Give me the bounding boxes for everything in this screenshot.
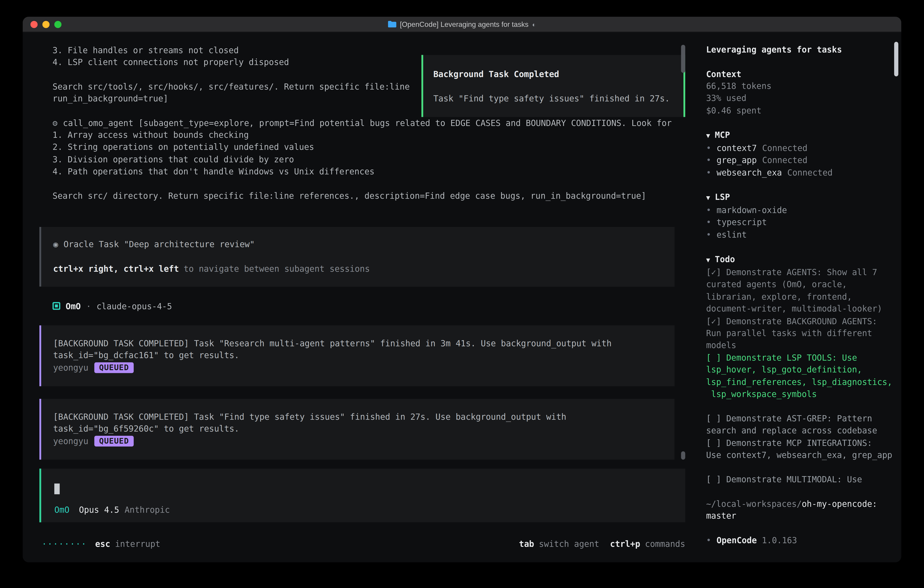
subagent-nav-hint: ctrl+x right, ctrl+x leftto navigate bet… bbox=[53, 263, 663, 275]
todo-item-done: [✓] Demonstrate BACKGROUND AGENTS: Run p… bbox=[706, 315, 894, 352]
task-completed-card: [BACKGROUND TASK COMPLETED] Task "Resear… bbox=[40, 325, 674, 386]
context-header: Context bbox=[706, 68, 894, 80]
bullet-icon: • bbox=[706, 218, 711, 227]
mcp-item: •grep_appConnected bbox=[706, 154, 894, 167]
separator-dot: · bbox=[86, 300, 91, 312]
chevron-down-icon: ▼ bbox=[706, 132, 710, 139]
context-spent: $0.46 spent bbox=[706, 104, 894, 117]
input-meta: OmO Opus 4.5 Anthropic bbox=[54, 504, 170, 516]
agent-model: claude-opus-4-5 bbox=[97, 300, 172, 312]
mcp-section-header[interactable]: ▼MCP bbox=[706, 129, 894, 142]
agent-icon bbox=[53, 302, 60, 310]
todo-item-active: [ ] Demonstrate LSP TOOLS: Use lsp_hover… bbox=[706, 352, 894, 400]
task-completed-card: [BACKGROUND TASK COMPLETED] Task "Find t… bbox=[40, 399, 674, 460]
tool-call-line: ⚙call_omo_agent [subagent_type=explore, … bbox=[53, 117, 672, 129]
lsp-item: •eslint bbox=[706, 228, 894, 241]
spinner-dots: ········ bbox=[42, 538, 87, 550]
input-agent-name: OmO bbox=[54, 504, 69, 516]
todo-item-pending: [ ] Demonstrate MCP INTEGRATIONS: Use co… bbox=[706, 437, 894, 461]
mcp-item: •websearch_exaConnected bbox=[706, 167, 894, 179]
context-used: 33% used bbox=[706, 92, 894, 104]
esc-key-label: interrupt bbox=[115, 538, 160, 550]
bullet-icon: • bbox=[706, 143, 711, 153]
terminal-main[interactable]: 3. File handles or streams not closed 4.… bbox=[23, 32, 697, 562]
bullet-icon: • bbox=[706, 205, 711, 215]
chevron-down-icon: ▼ bbox=[706, 194, 710, 202]
tool-call-args: 1. Array access without bounds checking … bbox=[53, 129, 672, 178]
context-tokens: 66,518 tokens bbox=[706, 80, 894, 92]
tab-key-label: switch agent bbox=[539, 538, 599, 550]
queued-badge: QUEUED bbox=[94, 436, 134, 447]
minimize-button[interactable] bbox=[42, 21, 50, 28]
task-author: yeongyu bbox=[53, 362, 88, 374]
gear-icon: ⚙ bbox=[53, 118, 58, 127]
folder-icon bbox=[388, 21, 396, 28]
esc-key-hint: esc bbox=[95, 538, 110, 550]
oracle-task-panel: ◉Oracle Task "Deep architecture review" … bbox=[40, 227, 674, 287]
sidebar-scrollbar-thumb[interactable] bbox=[894, 42, 898, 76]
bullet-icon: • bbox=[706, 230, 711, 239]
terminal-output-top: 3. File handles or streams not closed 4.… bbox=[53, 44, 410, 105]
agent-header: OmO · claude-opus-4-5 bbox=[53, 300, 172, 312]
toast-title: Background Task Completed bbox=[433, 68, 673, 80]
workspace-branch: master bbox=[706, 510, 894, 522]
main-scrollbar-thumb-bottom[interactable] bbox=[681, 451, 685, 460]
opencode-window: [OpenCode] Leveraging agents for tasks ◐… bbox=[23, 17, 901, 563]
todo-item-pending: [ ] Demonstrate MULTIMODAL: Use bbox=[706, 473, 894, 486]
task-message-line1: [BACKGROUND TASK COMPLETED] Task "Find t… bbox=[53, 411, 663, 423]
todo-item-pending: [ ] Demonstrate AST-GREP: Pattern search… bbox=[706, 413, 894, 437]
window-title-text: [OpenCode] Leveraging agents for tasks bbox=[400, 20, 529, 28]
titlebar: [OpenCode] Leveraging agents for tasks ◐ bbox=[23, 17, 901, 32]
input-model-name: Opus 4.5 bbox=[79, 504, 119, 516]
queued-badge: QUEUED bbox=[94, 362, 134, 373]
workspace-path: ~/local-workspaces/oh-my-opencode: bbox=[706, 498, 894, 510]
tool-call-text: call_omo_agent [subagent_type=explore, p… bbox=[63, 118, 672, 127]
oracle-task-title: ◉Oracle Task "Deep architecture review" bbox=[53, 238, 663, 250]
window-title: [OpenCode] Leveraging agents for tasks ◐ bbox=[388, 20, 536, 28]
sidebar: Leveraging agents for tasks Context 66,5… bbox=[697, 32, 901, 562]
tool-call-tail: Search src/ directory. Return specific f… bbox=[53, 190, 672, 202]
screen: [OpenCode] Leveraging agents for tasks ◐… bbox=[0, 0, 924, 588]
chevron-down-icon: ▼ bbox=[706, 256, 710, 264]
text-cursor bbox=[54, 483, 60, 494]
lsp-item: •typescript bbox=[706, 216, 894, 229]
todo-item-done: [✓] Demonstrate AGENTS: Show all 7 curat… bbox=[706, 266, 894, 315]
terminal-output-mid: ⚙call_omo_agent [subagent_type=explore, … bbox=[53, 117, 672, 202]
bullet-icon: • bbox=[706, 168, 711, 177]
zoom-button[interactable] bbox=[54, 21, 62, 28]
prompt-input[interactable]: OmO Opus 4.5 Anthropic bbox=[40, 469, 685, 522]
record-icon: ◉ bbox=[53, 239, 58, 249]
lsp-section-header[interactable]: ▼LSP bbox=[706, 191, 894, 204]
ctrlp-key-hint: ctrl+p bbox=[610, 538, 640, 550]
status-bar: ········ esc interrupt tab switch agent … bbox=[42, 538, 685, 550]
toast-body: Task "Find type safety issues" finished … bbox=[433, 92, 673, 105]
todo-section-header[interactable]: ▼Todo bbox=[706, 253, 894, 266]
mcp-item: •context7Connected bbox=[706, 142, 894, 154]
lsp-item: •markdown-oxide bbox=[706, 204, 894, 216]
background-task-toast[interactable]: Background Task Completed Task "Find typ… bbox=[421, 55, 685, 117]
app-version: •OpenCode 1.0.163 bbox=[706, 534, 894, 547]
half-moon-icon: ◐ bbox=[532, 21, 536, 28]
task-author: yeongyu bbox=[53, 435, 88, 447]
agent-name: OmO bbox=[66, 300, 81, 312]
tab-key-hint: tab bbox=[519, 538, 534, 550]
traffic-lights bbox=[30, 21, 62, 28]
input-provider-name: Anthropic bbox=[125, 504, 170, 516]
close-button[interactable] bbox=[30, 21, 38, 28]
bullet-icon: • bbox=[706, 155, 711, 165]
bullet-icon: • bbox=[706, 535, 711, 545]
task-message-line2: task_id="bg_6f59260c" to get results. bbox=[53, 423, 663, 435]
task-message-line2: task_id="bg_dcfac161" to get results. bbox=[53, 350, 663, 362]
main-scrollbar-thumb[interactable] bbox=[681, 45, 685, 73]
app-body: 3. File handles or streams not closed 4.… bbox=[23, 32, 901, 562]
ctrlp-key-label: commands bbox=[645, 538, 685, 550]
session-title: Leveraging agents for tasks bbox=[706, 43, 894, 56]
task-message-line1: [BACKGROUND TASK COMPLETED] Task "Resear… bbox=[53, 337, 663, 350]
